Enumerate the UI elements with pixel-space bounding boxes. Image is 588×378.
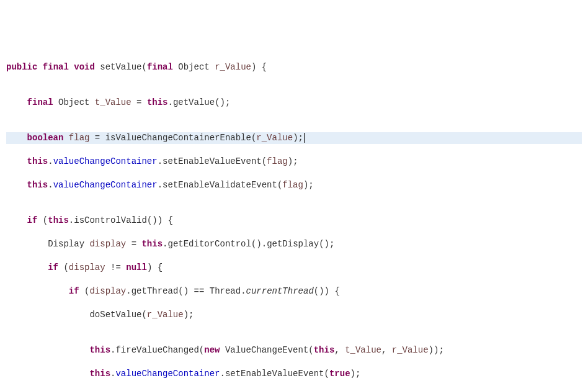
code-line: this.fireValueChanged(new ValueChangeEve… — [6, 344, 582, 356]
code-editor[interactable]: public final void setValue(final Object … — [6, 50, 582, 378]
text-caret — [304, 133, 305, 143]
code-line: doSetValue(r_Value); — [6, 309, 582, 321]
code-line: public final void setValue(final Object … — [6, 61, 582, 73]
code-line: if (this.isControlValid()) { — [6, 215, 582, 227]
code-line: if (display.getThread() == Thread.curren… — [6, 286, 582, 297]
code-line: Display display = this.getEditorControl(… — [6, 238, 582, 250]
code-line: this.valueChangeContainer.setEnableValid… — [6, 179, 582, 191]
code-line: final Object t_Value = this.getValue(); — [6, 97, 582, 109]
code-line: this.valueChangeContainer.setEnableValue… — [6, 368, 582, 378]
code-line: this.valueChangeContainer.setEnableValue… — [6, 156, 582, 168]
code-line: if (display != null) { — [6, 262, 582, 274]
code-line-highlighted: boolean flag = isValueChangeContainerEna… — [6, 132, 582, 144]
